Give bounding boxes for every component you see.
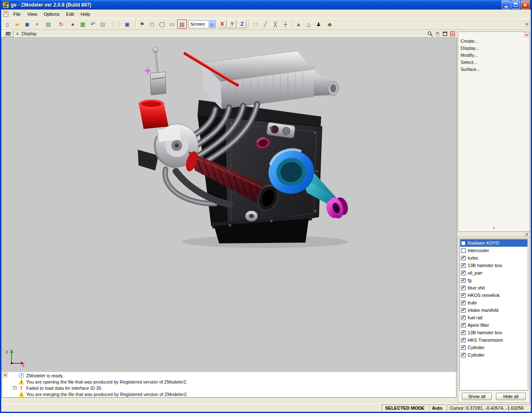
list-item[interactable]: HKOS reme6ok bbox=[460, 292, 527, 299]
toolbar-button[interactable] bbox=[247, 19, 250, 29]
axis-y-button[interactable]: Y bbox=[228, 20, 237, 28]
visibility-checkbox[interactable] bbox=[461, 316, 466, 320]
menu-items: File View Options Edit Help bbox=[10, 10, 93, 18]
list-item[interactable]: Cylinder bbox=[460, 351, 527, 359]
visibility-checkbox[interactable] bbox=[461, 353, 466, 357]
list-item[interactable]: Cylinder bbox=[460, 344, 527, 351]
morph-icon[interactable]: ◆ bbox=[324, 19, 336, 29]
redo-icon[interactable]: ↷ bbox=[108, 19, 117, 29]
measure-icon[interactable]: ┼ bbox=[281, 19, 290, 29]
visibility-checkbox[interactable] bbox=[461, 293, 466, 298]
visibility-checkbox[interactable] bbox=[461, 286, 466, 290]
save-icon[interactable]: ◼ bbox=[22, 19, 32, 29]
viewport-3d[interactable]: z x bbox=[1, 38, 457, 371]
auto-toggle[interactable]: Auto bbox=[429, 404, 446, 411]
slice-icon[interactable]: ╳ bbox=[271, 19, 280, 29]
import-icon[interactable]: ▤ bbox=[42, 19, 55, 29]
primitives-icon[interactable]: ▣ bbox=[121, 19, 134, 29]
screen-mode-select[interactable]: Screen bbox=[188, 20, 216, 28]
close-button[interactable] bbox=[521, 0, 530, 9]
notes-icon[interactable]: ▤ bbox=[98, 19, 107, 29]
visibility-checkbox[interactable] bbox=[461, 323, 466, 328]
object-name: HKOS reme6ok bbox=[468, 293, 500, 298]
engine-3d-model[interactable] bbox=[126, 47, 359, 254]
select-single-icon[interactable]: ⚑ bbox=[137, 19, 147, 29]
menu-item[interactable]: View bbox=[24, 10, 41, 18]
visibility-checkbox[interactable] bbox=[461, 278, 466, 283]
undo-icon[interactable]: ↶ bbox=[88, 19, 98, 29]
viewport-mode-button[interactable]: 3D bbox=[3, 30, 13, 37]
pan-icon[interactable] bbox=[434, 31, 440, 36]
visibility-checkbox[interactable] bbox=[461, 248, 466, 253]
list-item[interactable]: intercooler bbox=[460, 247, 527, 254]
log-close-icon[interactable]: × bbox=[3, 372, 8, 377]
material-editor-icon[interactable]: ● bbox=[68, 19, 78, 29]
expander-icon[interactable] bbox=[13, 386, 17, 390]
list-item[interactable]: 13B hamster box bbox=[460, 329, 527, 336]
list-item[interactable]: Radiator KOYO bbox=[460, 239, 527, 247]
command-menu-item[interactable]: Display... bbox=[458, 45, 530, 52]
visibility-checkbox[interactable] bbox=[461, 256, 466, 260]
toolbar-close-icon[interactable]: × bbox=[525, 22, 530, 27]
list-item[interactable]: blue shit bbox=[460, 284, 527, 292]
render-icon[interactable]: ▦ bbox=[78, 19, 88, 29]
maximize-icon[interactable] bbox=[442, 31, 448, 36]
maximize-button[interactable] bbox=[511, 0, 520, 9]
visibility-checkbox[interactable] bbox=[461, 301, 466, 305]
attach-icon[interactable]: ▲ bbox=[294, 19, 303, 29]
viewport-close-icon[interactable] bbox=[449, 31, 455, 36]
select-quad-icon[interactable]: ◻ bbox=[147, 19, 157, 29]
menu-item[interactable]: Options bbox=[40, 10, 63, 18]
zoom-icon[interactable] bbox=[427, 31, 433, 36]
skeleton-icon[interactable]: ♟ bbox=[314, 19, 323, 29]
toolbar-button[interactable] bbox=[118, 19, 121, 29]
delete-icon[interactable]: × bbox=[32, 19, 42, 29]
list-item[interactable]: fg bbox=[460, 277, 527, 284]
axis-z-button[interactable]: Z bbox=[238, 20, 246, 28]
knife-icon[interactable]: ╱ bbox=[261, 19, 270, 29]
open-icon[interactable]: ▰ bbox=[12, 19, 22, 29]
menu-item[interactable]: File bbox=[10, 10, 24, 18]
scroll-down-icon[interactable] bbox=[458, 226, 530, 231]
visibility-checkbox[interactable] bbox=[461, 308, 466, 313]
visibility-checkbox[interactable] bbox=[461, 241, 466, 245]
list-item[interactable]: 13B hamster box bbox=[460, 262, 527, 269]
select-poly-icon[interactable]: ▭ bbox=[167, 19, 177, 29]
vertex-paint-icon[interactable]: ∷ bbox=[251, 19, 260, 29]
list-item[interactable]: Apexi filter bbox=[460, 321, 527, 329]
chevron-down-icon[interactable] bbox=[209, 21, 215, 27]
visibility-checkbox[interactable] bbox=[461, 263, 466, 268]
hide-all-button[interactable]: Hide all bbox=[496, 393, 526, 400]
list-item[interactable]: oil_pan bbox=[460, 269, 527, 277]
list-item[interactable]: trubi bbox=[460, 299, 527, 306]
axis-x-button[interactable]: X bbox=[218, 20, 227, 28]
select-circle-icon[interactable]: ◯ bbox=[157, 19, 167, 29]
command-menu-item[interactable]: Create... bbox=[458, 38, 530, 45]
list-item[interactable]: fuel rail bbox=[460, 314, 527, 321]
command-menu-item[interactable]: Select... bbox=[458, 59, 530, 66]
commands-panel-close-icon[interactable]: × bbox=[524, 32, 529, 37]
menu-item[interactable]: Help bbox=[77, 10, 93, 18]
toolbar-button[interactable] bbox=[134, 19, 137, 29]
object-name: Cylinder bbox=[468, 345, 484, 350]
visibility-checkbox[interactable] bbox=[461, 338, 466, 343]
command-menu: Create... Display... Modify... Select...… bbox=[458, 38, 530, 73]
export-icon[interactable]: ↻ bbox=[55, 19, 68, 29]
visibility-checkbox[interactable] bbox=[461, 345, 466, 350]
list-item[interactable]: HKS Transmision bbox=[460, 336, 527, 344]
objects-panel-close-icon[interactable]: × bbox=[525, 232, 530, 237]
command-menu-item[interactable]: Surface... bbox=[458, 66, 530, 73]
list-item[interactable]: turbo bbox=[460, 254, 527, 262]
toolbar-button[interactable] bbox=[290, 19, 293, 29]
detach-icon[interactable]: △ bbox=[304, 19, 313, 29]
show-all-button[interactable]: Show all bbox=[462, 393, 492, 400]
visibility-checkbox[interactable] bbox=[461, 271, 466, 275]
new-icon[interactable]: ▯ bbox=[2, 19, 12, 29]
menu-item[interactable]: Edit bbox=[63, 10, 77, 18]
list-item[interactable]: intake manifold bbox=[460, 306, 527, 314]
command-menu-item[interactable]: Modify... bbox=[458, 52, 530, 59]
select-paint-icon[interactable]: ▨ bbox=[177, 19, 187, 29]
visibility-checkbox[interactable] bbox=[461, 330, 466, 335]
minimize-button[interactable] bbox=[502, 0, 510, 9]
nav-back-button[interactable]: < bbox=[15, 31, 20, 36]
